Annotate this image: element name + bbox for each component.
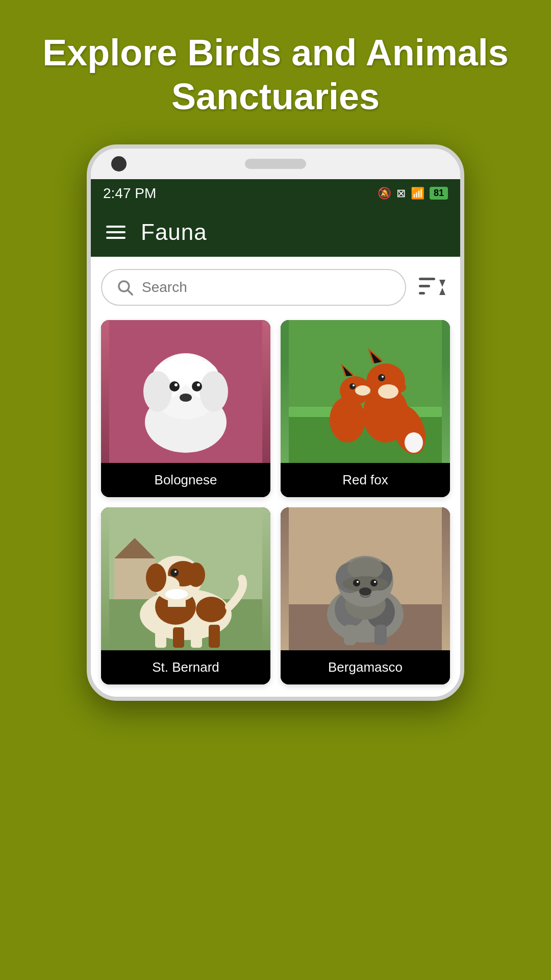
wifi-icon: 📶 [411, 187, 424, 200]
animal-card-red-fox[interactable]: Red fox [281, 320, 450, 497]
svg-rect-53 [173, 627, 184, 648]
svg-point-83 [359, 587, 371, 596]
svg-point-40 [355, 385, 370, 396]
st-bernard-svg [101, 507, 270, 650]
svg-marker-5 [439, 280, 445, 287]
animal-card-bolognese[interactable]: Bolognese [101, 320, 270, 497]
animal-card-bergamasco[interactable]: Bergamasco [281, 507, 450, 684]
animal-label-bolognese: Bolognese [101, 463, 270, 497]
svg-point-65 [165, 589, 188, 599]
search-icon [116, 279, 134, 296]
svg-point-31 [382, 376, 384, 378]
sort-filter-icon [417, 275, 447, 300]
svg-point-35 [405, 432, 423, 453]
hamburger-line-1 [106, 226, 126, 228]
animal-label-red-fox: Red fox [281, 463, 450, 497]
search-row [101, 269, 450, 306]
bell-mute-icon: 🔕 [378, 187, 391, 200]
animal-image-bergamasco [281, 507, 450, 650]
phone-speaker [245, 159, 306, 169]
svg-rect-52 [155, 625, 166, 648]
search-box[interactable] [101, 269, 406, 306]
svg-point-18 [192, 381, 202, 391]
svg-line-1 [128, 290, 132, 295]
svg-rect-55 [209, 625, 220, 648]
svg-point-63 [146, 564, 166, 592]
svg-point-29 [378, 384, 398, 399]
animal-grid: Bolognese [101, 320, 450, 684]
svg-point-30 [378, 374, 385, 381]
svg-rect-4 [419, 292, 425, 295]
svg-rect-54 [191, 627, 202, 648]
bolognese-svg [101, 320, 270, 463]
phone-camera [111, 156, 127, 172]
app-bar: Fauna [91, 208, 460, 257]
page-title: Explore Birds and Animals Sanctuaries [0, 0, 551, 144]
svg-point-15 [143, 371, 172, 412]
svg-rect-72 [344, 625, 356, 645]
svg-rect-73 [374, 625, 387, 645]
svg-point-16 [199, 371, 228, 412]
svg-point-79 [353, 579, 360, 586]
app-content: Bolognese [91, 257, 460, 697]
svg-point-61 [170, 569, 179, 577]
bergamasco-svg [281, 507, 450, 650]
phone-top [91, 149, 460, 179]
app-title: Fauna [141, 219, 207, 245]
svg-point-41 [349, 383, 356, 389]
animal-image-red-fox [281, 320, 450, 463]
sort-filter-button[interactable] [414, 270, 450, 305]
svg-point-82 [374, 581, 376, 583]
battery-icon: 81 [430, 187, 448, 200]
hamburger-line-3 [106, 237, 126, 239]
status-icons: 🔕 ⊠ 📶 81 [378, 187, 448, 200]
animal-label-st-bernard: St. Bernard [101, 650, 270, 684]
sim-icon: ⊠ [396, 187, 406, 200]
animal-label-bergamasco: Bergamasco [281, 650, 450, 684]
svg-point-42 [353, 384, 355, 386]
red-fox-svg [281, 320, 450, 463]
animal-card-st-bernard[interactable]: St. Bernard [101, 507, 270, 684]
svg-point-64 [187, 562, 205, 587]
svg-rect-3 [419, 285, 430, 287]
svg-point-19 [174, 383, 178, 386]
animal-image-bolognese [101, 320, 270, 463]
svg-point-51 [196, 597, 227, 622]
search-input[interactable] [142, 279, 391, 296]
svg-point-17 [169, 381, 180, 391]
phone-shell: 2:47 PM 🔕 ⊠ 📶 81 Fauna [87, 144, 464, 701]
status-bar: 2:47 PM 🔕 ⊠ 📶 81 [91, 179, 460, 208]
svg-point-21 [180, 394, 192, 402]
hamburger-menu-button[interactable] [106, 226, 126, 239]
svg-marker-6 [439, 288, 445, 295]
hamburger-line-2 [106, 231, 126, 233]
status-time: 2:47 PM [103, 185, 156, 202]
svg-point-20 [197, 383, 200, 386]
svg-point-80 [370, 579, 378, 586]
svg-point-81 [357, 581, 359, 583]
animal-image-st-bernard [101, 507, 270, 650]
svg-point-62 [174, 571, 177, 573]
svg-rect-2 [419, 278, 435, 280]
